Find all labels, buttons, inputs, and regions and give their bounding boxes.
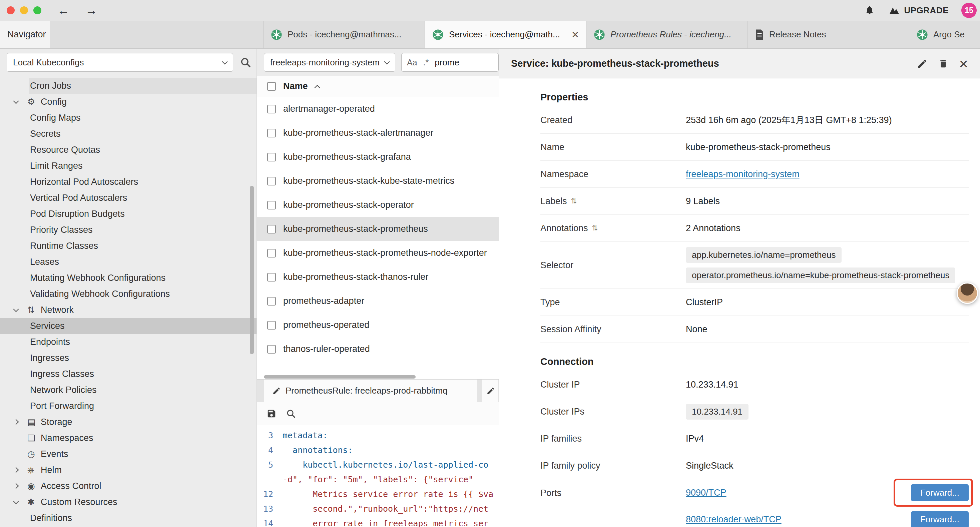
row-checkbox[interactable] [267,297,276,306]
expand-chevron-icon[interactable] [13,98,19,104]
namespace-link[interactable]: freeleaps-monitoring-system [686,169,800,180]
sort-ascending-icon[interactable] [314,85,320,91]
table-row[interactable]: thanos-ruler-operated [257,337,499,361]
kubernetes-icon [916,29,928,40]
table-row[interactable]: kube-prometheus-stack-prometheus [257,217,499,241]
forward-button[interactable]: Forward... [911,511,969,527]
sidebar-item[interactable]: Endpoints [0,334,256,350]
minimize-window-button[interactable] [20,6,28,14]
forward-button[interactable]: Forward... [911,484,969,501]
scrollbar-thumb[interactable] [264,375,415,379]
forward-arrow-icon[interactable]: → [85,4,97,16]
sidebar-item[interactable]: ◉ Access Control [0,478,256,494]
tab-close-icon[interactable]: × [572,29,579,41]
row-checkbox[interactable] [267,249,276,258]
row-checkbox[interactable] [267,225,276,234]
sidebar-scrollbar[interactable] [250,186,254,354]
expand-chevron-icon[interactable] [13,419,19,425]
notifications-bell-icon[interactable] [865,5,875,16]
sort-arrows-icon[interactable]: ⇅ [571,197,577,205]
table-row[interactable]: kube-prometheus-stack-alertmanager [257,121,499,145]
notification-count-badge[interactable]: 15 [961,3,977,18]
maximize-window-button[interactable] [33,6,41,14]
sidebar-item[interactable]: Pod Disruption Budgets [0,206,256,222]
close-icon[interactable]: × [959,56,968,72]
sidebar-item[interactable]: ⚙ Config [0,94,256,110]
sidebar-item[interactable]: Ingresses [0,350,256,366]
table-row[interactable]: prometheus-operated [257,313,499,337]
upgrade-button[interactable]: UPGRADE [889,5,949,16]
row-checkbox[interactable] [267,129,276,137]
horizontal-scrollbar[interactable] [257,374,499,379]
table-row[interactable]: alertmanager-operated [257,97,499,121]
kubeconfig-select[interactable]: Local Kubeconfigs [7,53,233,72]
sidebar-item[interactable]: Priority Classes [0,222,256,238]
row-checkbox[interactable] [267,105,276,113]
sidebar-item[interactable]: Ingress Classes [0,366,256,382]
select-all-checkbox[interactable] [267,82,276,91]
search-icon[interactable] [240,57,251,68]
sidebar-item[interactable]: ❏ Namespaces [0,430,256,446]
table-row[interactable]: kube-prometheus-stack-operator [257,193,499,217]
sidebar-item[interactable]: ⇅ Network [0,302,256,318]
namespace-filter-select[interactable]: freeleaps-monitoring-system [264,53,395,72]
name-column-header[interactable]: Name [283,81,308,91]
row-checkbox[interactable] [267,201,276,209]
tab-release-notes[interactable]: Release Notes [748,21,909,48]
port-link[interactable]: 9090/TCP [686,488,727,498]
port-link[interactable]: 8080:reloader-web/TCP [686,514,781,525]
dock-tab-partial[interactable] [482,380,498,402]
sort-arrows-icon[interactable]: ⇅ [592,224,598,232]
table-row[interactable]: kube-prometheus-stack-kube-state-metrics [257,169,499,193]
row-checkbox[interactable] [267,321,276,330]
sidebar-item[interactable]: Services [0,318,256,334]
search-input[interactable] [434,57,493,68]
match-case-toggle[interactable]: Aa [407,58,417,67]
sidebar-item[interactable]: Vertical Pod Autoscalers [0,190,256,206]
expand-chevron-icon[interactable] [13,498,19,504]
sidebar-item[interactable]: ▤ Storage [0,414,256,430]
sidebar-item[interactable]: ✱ Custom Resources [0,494,256,510]
sidebar-item[interactable]: Cron Jobs [0,78,256,94]
tab-prometheus-rules[interactable]: Prometheus Rules - icecheng... [586,21,748,48]
sidebar-item[interactable]: Limit Ranges [0,158,256,174]
row-checkbox[interactable] [267,153,276,161]
tab-argo[interactable]: Argo Se [909,21,980,48]
sidebar-item[interactable]: Network Policies [0,382,256,398]
yaml-editor[interactable]: 3 metadata: 4 annotations: 5 kubectl.kub… [257,425,499,527]
table-row[interactable]: kube-prometheus-stack-prometheus-node-ex… [257,241,499,265]
sidebar-item[interactable]: Horizontal Pod Autoscalers [0,174,256,190]
sidebar-item[interactable]: Config Maps [0,110,256,126]
row-checkbox[interactable] [267,177,276,185]
expand-chevron-icon[interactable] [13,306,19,312]
sidebar-item[interactable]: Mutating Webhook Configurations [0,270,256,286]
delete-icon[interactable] [938,58,948,69]
save-icon[interactable] [267,409,277,419]
editor-search-icon[interactable] [286,409,296,419]
table-row[interactable]: kube-prometheus-stack-thanos-ruler [257,265,499,289]
table-row[interactable]: kube-prometheus-stack-grafana [257,145,499,169]
sidebar-item[interactable]: ⎈ Helm [0,462,256,478]
edit-icon[interactable] [917,58,928,69]
expand-chevron-icon[interactable] [13,483,19,489]
table-row[interactable]: prometheus-adapter [257,289,499,313]
sidebar-item[interactable]: Runtime Classes [0,238,256,254]
sidebar-item[interactable]: Resource Quotas [0,142,256,158]
close-window-button[interactable] [7,6,15,14]
navigator-sidebar: Local Kubeconfigs Cron Jobs [0,49,257,527]
sidebar-item[interactable]: Definitions [0,510,256,526]
regex-toggle[interactable]: .* [423,58,429,67]
row-checkbox[interactable] [267,273,276,282]
sidebar-item[interactable]: Leases [0,254,256,270]
tab-services[interactable]: Services - icecheng@math... × [425,21,586,48]
expand-chevron-icon[interactable] [13,467,19,473]
dock-tab-prometheusrule[interactable]: PrometheusRule: freeleaps-prod-rabbitmq [264,380,477,402]
avatar[interactable] [957,282,978,304]
row-checkbox[interactable] [267,345,276,353]
back-arrow-icon[interactable]: ← [57,4,69,16]
tab-pods[interactable]: Pods - icecheng@mathmas... [264,21,425,48]
sidebar-item[interactable]: Validating Webhook Configurations [0,286,256,302]
sidebar-item[interactable]: ◷ Events [0,446,256,462]
sidebar-item[interactable]: Secrets [0,126,256,142]
sidebar-item[interactable]: Port Forwarding [0,398,256,414]
